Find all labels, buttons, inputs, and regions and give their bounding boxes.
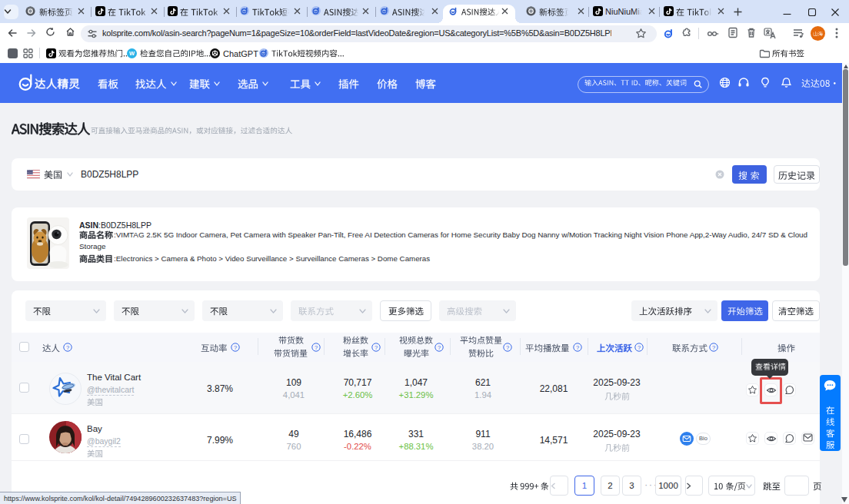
svg-text:?: ? (375, 344, 378, 351)
svg-text:?: ? (638, 344, 641, 351)
svg-text:?: ? (712, 344, 715, 351)
svg-text:?: ? (234, 344, 237, 351)
svg-text:?: ? (66, 344, 69, 351)
svg-text:?: ? (315, 344, 318, 351)
svg-text:?: ? (576, 344, 579, 351)
svg-text:W: W (129, 50, 135, 57)
svg-text:?: ? (506, 344, 509, 351)
svg-text:?: ? (438, 344, 441, 351)
